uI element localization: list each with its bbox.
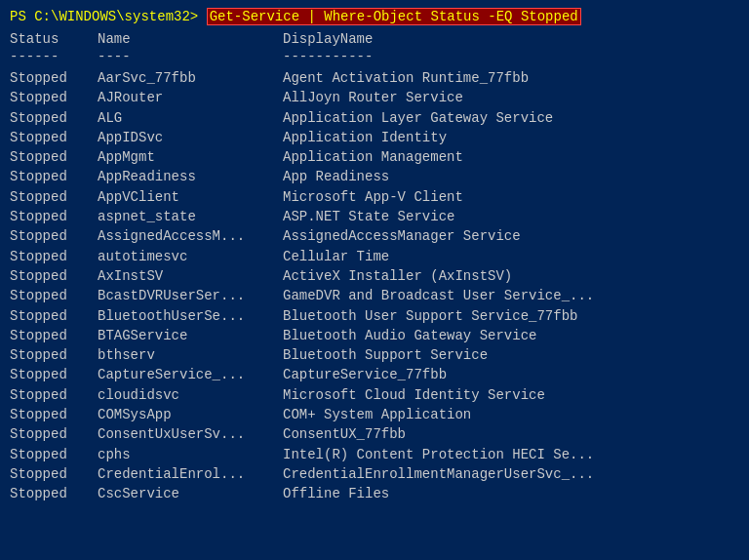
row-display: ActiveX Installer (AxInstSV): [283, 266, 739, 286]
prompt-prefix: PS C:\WINDOWS\system32>: [10, 9, 207, 24]
table-row: StoppedBcastDVRUserSer...GameDVR and Bro…: [10, 286, 739, 305]
table-row: StoppedBTAGServiceBluetooth Audio Gatewa…: [10, 326, 739, 345]
row-status: Stopped: [10, 88, 98, 107]
row-status: Stopped: [10, 128, 98, 147]
row-display: ConsentUX_77fbb: [283, 424, 739, 444]
row-status: Stopped: [10, 405, 98, 424]
row-name: AJRouter: [98, 88, 283, 107]
row-name: AxInstSV: [98, 266, 283, 286]
row-name: BTAGService: [98, 326, 283, 345]
command-text: Get-Service | Where-Object Status -EQ St…: [207, 8, 581, 25]
row-display: Agent Activation Runtime_77fbb: [283, 68, 739, 88]
row-status: Stopped: [10, 207, 98, 226]
row-status: Stopped: [10, 365, 98, 384]
row-display: Application Management: [283, 147, 739, 167]
prompt-line: PS C:\WINDOWS\system32> Get-Service | Wh…: [10, 8, 739, 25]
table-row: StoppedCaptureService_...CaptureService_…: [10, 365, 739, 384]
row-status: Stopped: [10, 147, 98, 167]
row-name: CaptureService_...: [98, 365, 283, 384]
row-name: bthserv: [98, 345, 283, 365]
table-divider: ------ ---- -----------: [10, 49, 739, 64]
row-status: Stopped: [10, 445, 98, 464]
row-name: cphs: [98, 445, 283, 464]
table-row: StoppedAarSvc_77fbbAgent Activation Runt…: [10, 68, 739, 88]
row-display: AssignedAccessManager Service: [283, 226, 739, 246]
row-name: AppReadiness: [98, 167, 283, 186]
row-status: Stopped: [10, 385, 98, 405]
table-row: StoppedautotimesvcCellular Time: [10, 247, 739, 266]
table-row: StoppedcloudidsvcMicrosoft Cloud Identit…: [10, 385, 739, 405]
row-status: Stopped: [10, 326, 98, 345]
row-status: Stopped: [10, 167, 98, 186]
row-display: CaptureService_77fbb: [283, 365, 739, 384]
table-row: StoppedCscServiceOffline Files: [10, 484, 739, 503]
terminal-window: PS C:\WINDOWS\system32> Get-Service | Wh…: [0, 0, 749, 560]
row-name: cloudidsvc: [98, 385, 283, 405]
row-display: GameDVR and Broadcast User Service_...: [283, 286, 739, 305]
row-display: Intel(R) Content Protection HECI Se...: [283, 445, 739, 464]
row-status: Stopped: [10, 266, 98, 286]
row-display: Application Identity: [283, 128, 739, 147]
table-row: StoppedCredentialEnrol...CredentialEnrol…: [10, 464, 739, 484]
row-status: Stopped: [10, 464, 98, 484]
row-status: Stopped: [10, 306, 98, 326]
row-name: CscService: [98, 484, 283, 503]
table-row: StoppedAJRouterAllJoyn Router Service: [10, 88, 739, 107]
row-name: aspnet_state: [98, 207, 283, 226]
row-name: AarSvc_77fbb: [98, 68, 283, 88]
table-row: StoppedcphsIntel(R) Content Protection H…: [10, 445, 739, 464]
row-status: Stopped: [10, 345, 98, 365]
name-divider: ----: [98, 49, 283, 64]
row-status: Stopped: [10, 187, 98, 207]
row-name: AppMgmt: [98, 147, 283, 167]
row-name: AppVClient: [98, 187, 283, 207]
row-name: BcastDVRUserSer...: [98, 286, 283, 305]
table-row: StoppedbthservBluetooth Support Service: [10, 345, 739, 365]
row-name: ConsentUxUserSv...: [98, 424, 283, 444]
row-name: BluetoothUserSe...: [98, 306, 283, 326]
row-display: Bluetooth User Support Service_77fbb: [283, 306, 739, 326]
name-header: Name: [98, 31, 283, 47]
row-display: Microsoft App-V Client: [283, 187, 739, 207]
row-status: Stopped: [10, 424, 98, 444]
row-name: AssignedAccessM...: [98, 226, 283, 246]
table-header: Status Name DisplayName: [10, 31, 739, 47]
row-status: Stopped: [10, 286, 98, 305]
row-display: CredentialEnrollmentManagerUserSvc_...: [283, 464, 739, 484]
display-divider: -----------: [283, 49, 739, 64]
table-row: StoppedBluetoothUserSe...Bluetooth User …: [10, 306, 739, 326]
row-display: Offline Files: [283, 484, 739, 503]
row-display: AllJoyn Router Service: [283, 88, 739, 107]
row-name: autotimesvc: [98, 247, 283, 266]
row-status: Stopped: [10, 68, 98, 88]
status-divider: ------: [10, 49, 98, 64]
table-row: StoppedAppIDSvcApplication Identity: [10, 128, 739, 147]
row-status: Stopped: [10, 108, 98, 128]
table-row: StoppedAssignedAccessM...AssignedAccessM…: [10, 226, 739, 246]
row-display: Microsoft Cloud Identity Service: [283, 385, 739, 405]
display-header: DisplayName: [283, 31, 739, 47]
table-row: StoppedAppVClientMicrosoft App-V Client: [10, 187, 739, 207]
table-row: StoppedAppReadinessApp Readiness: [10, 167, 739, 186]
status-header: Status: [10, 31, 98, 47]
table-row: StoppedALGApplication Layer Gateway Serv…: [10, 108, 739, 128]
row-name: CredentialEnrol...: [98, 464, 283, 484]
table-row: StoppedConsentUxUserSv...ConsentUX_77fbb: [10, 424, 739, 444]
row-display: Application Layer Gateway Service: [283, 108, 739, 128]
row-name: ALG: [98, 108, 283, 128]
table-row: StoppedAxInstSVActiveX Installer (AxInst…: [10, 266, 739, 286]
row-display: ASP.NET State Service: [283, 207, 739, 226]
row-status: Stopped: [10, 226, 98, 246]
table-body: StoppedAarSvc_77fbbAgent Activation Runt…: [10, 68, 739, 504]
table-row: StoppedCOMSysAppCOM+ System Application: [10, 405, 739, 424]
row-display: Bluetooth Support Service: [283, 345, 739, 365]
row-display: COM+ System Application: [283, 405, 739, 424]
table-row: Stoppedaspnet_stateASP.NET State Service: [10, 207, 739, 226]
row-display: Bluetooth Audio Gateway Service: [283, 326, 739, 345]
row-status: Stopped: [10, 484, 98, 503]
row-display: App Readiness: [283, 167, 739, 186]
row-name: COMSysApp: [98, 405, 283, 424]
row-status: Stopped: [10, 247, 98, 266]
row-name: AppIDSvc: [98, 128, 283, 147]
table-row: StoppedAppMgmtApplication Management: [10, 147, 739, 167]
